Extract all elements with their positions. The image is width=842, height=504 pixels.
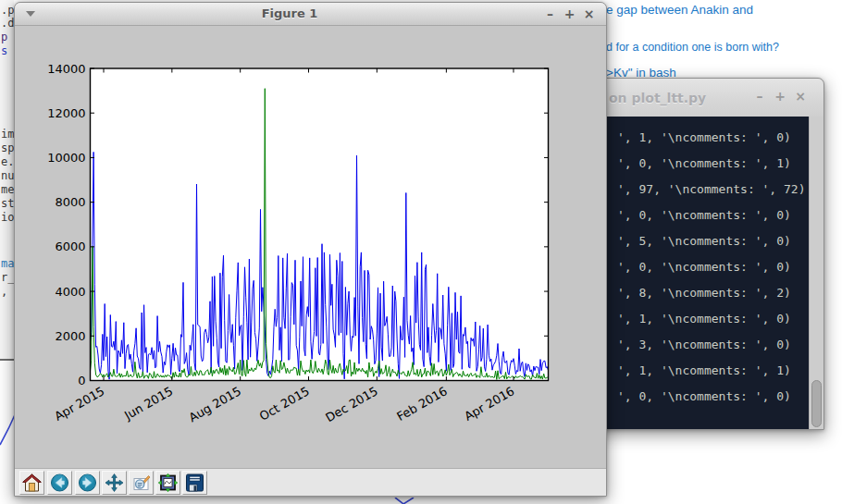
x-tick-label: Apr 2016 xyxy=(462,384,516,424)
editor-code-fragment: ma xyxy=(1,257,14,270)
x-tick-label: Oct 2015 xyxy=(257,384,312,424)
terminal-title: on plot_ltt.py xyxy=(609,91,706,105)
forward-icon xyxy=(78,473,97,492)
figure-titlebar[interactable]: Figure 1 – + × xyxy=(15,3,606,26)
subplots-button[interactable] xyxy=(155,471,180,495)
zoom-rect-icon xyxy=(131,473,151,492)
editor-code-fragment: e. xyxy=(1,155,14,168)
terminal-output-line: ', 97, '\ncomments: ', 72) xyxy=(617,177,806,203)
y-tick-label: 6000 xyxy=(55,240,85,253)
pan-button[interactable] xyxy=(102,471,127,495)
editor-window-edge: .p.dpsimspe.numestiomar_, v xyxy=(0,0,14,361)
terminal-minimize-button[interactable]: – xyxy=(749,86,770,106)
terminal-output-line: ', 0, '\ncomments: ', 1) xyxy=(617,151,806,177)
home-button[interactable] xyxy=(19,471,44,495)
x-tick-label: Feb 2016 xyxy=(394,384,450,424)
terminal-output-line: ', 1, '\ncomments: ', 1) xyxy=(617,358,806,384)
subplots-icon xyxy=(158,473,178,492)
forward-button[interactable] xyxy=(75,471,100,495)
terminal-maximize-button[interactable]: + xyxy=(770,86,790,106)
terminal-output-line: ', 5, '\ncomments: ', 0) xyxy=(617,228,806,254)
figure-window: Figure 1 – + × 0200040006000800010000120… xyxy=(14,2,607,497)
editor-code-fragment: nu xyxy=(1,169,14,182)
y-tick-label: 10000 xyxy=(47,151,85,165)
figure-close-button[interactable]: × xyxy=(579,3,599,26)
terminal-output-line: ', 0, '\ncomments: ', 0) xyxy=(617,384,806,410)
terminal-output-line: ', 3, '\ncomments: ', 0) xyxy=(617,332,806,358)
terminal-output-line: ', 8, '\ncomments: ', 2) xyxy=(617,280,806,306)
pan-icon xyxy=(105,473,124,492)
y-tick-label: 12000 xyxy=(47,106,85,120)
browser-link-2[interactable]: d for a condition one is born with? xyxy=(606,41,779,54)
y-tick-label: 14000 xyxy=(47,62,85,76)
y-tick-label: 0 xyxy=(78,374,85,387)
y-tick-label: 2000 xyxy=(55,329,85,343)
back-button[interactable] xyxy=(47,471,72,495)
zoom-button[interactable] xyxy=(129,471,154,495)
y-tick-label: 4000 xyxy=(55,285,85,299)
terminal-output-line: ', 0, '\ncomments: ', 0) xyxy=(617,203,806,228)
figure-maximize-button[interactable]: + xyxy=(560,3,579,26)
x-tick-label: Apr 2015 xyxy=(52,384,106,424)
x-tick-label: Dec 2015 xyxy=(323,384,380,424)
figure-minimize-button[interactable]: – xyxy=(540,3,560,26)
terminal-close-button[interactable]: × xyxy=(790,86,811,106)
editor-code-fragment: sp xyxy=(1,141,14,154)
editor-code-fragment: st xyxy=(1,197,14,210)
save-button[interactable] xyxy=(182,471,207,495)
editor-code-fragment: .p xyxy=(1,4,14,17)
save-icon xyxy=(185,473,204,492)
matplotlib-toolbar xyxy=(15,468,606,496)
editor-code-fragment: , v xyxy=(1,285,14,298)
terminal-output: ', 1, '\ncomments: ', 0)', 0, '\ncomment… xyxy=(617,125,806,410)
editor-code-fragment: p xyxy=(1,31,7,43)
terminal-scrollbar-thumb[interactable] xyxy=(811,380,822,427)
editor-code-fragment: s xyxy=(1,44,7,57)
y-tick-label: 8000 xyxy=(55,195,85,209)
editor-code-fragment: .d xyxy=(1,17,14,30)
background-plot-curve-bottom xyxy=(393,498,430,504)
editor-code-fragment: io xyxy=(1,211,14,224)
terminal-scrollbar[interactable] xyxy=(809,117,823,429)
browser-link-1[interactable]: e gap between Anakin and xyxy=(606,3,753,17)
x-tick-label: Jun 2015 xyxy=(121,384,175,423)
editor-code-fragment: im xyxy=(1,128,14,141)
terminal-output-line: ', 1, '\ncomments: ', 0) xyxy=(617,306,806,332)
editor-code-fragment: r_ xyxy=(1,271,14,284)
plot-canvas[interactable]: 02000400060008000100001200014000Apr 2015… xyxy=(15,27,606,468)
screen: e gap between Anakin and d for a conditi… xyxy=(0,0,842,504)
terminal-output-line: ', 0, '\ncomments: ', 0) xyxy=(617,254,806,280)
line-chart: 02000400060008000100001200014000Apr 2015… xyxy=(15,27,606,468)
editor-code-fragment: me xyxy=(1,183,14,196)
terminal-output-line: ', 1, '\ncomments: ', 0) xyxy=(617,125,806,151)
x-tick-label: Aug 2015 xyxy=(186,384,243,424)
back-icon xyxy=(50,473,69,492)
figure-title: Figure 1 xyxy=(15,3,564,26)
home-icon xyxy=(22,473,42,492)
